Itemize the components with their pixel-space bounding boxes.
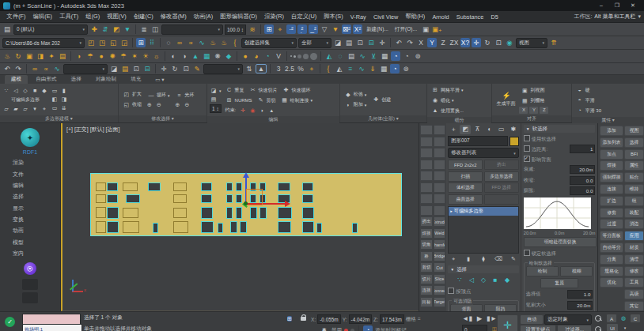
script-keep-button[interactable]: 维持 xyxy=(624,184,644,194)
gizmo-origin[interactable] xyxy=(244,201,248,205)
script-add-button[interactable]: 添加 xyxy=(600,126,623,136)
constrain-face-icon[interactable]: ◉ xyxy=(248,107,256,115)
manipulate-icon[interactable]: ◉ xyxy=(505,38,514,47)
constrain-normal-icon[interactable]: ◗ xyxy=(258,107,266,115)
strip-blank-button[interactable] xyxy=(434,171,446,181)
falloff-field[interactable]: 20.0m xyxy=(570,165,595,174)
new-scene-button[interactable]: 新建(N)... xyxy=(364,26,391,33)
align-x-icon[interactable]: X² xyxy=(353,24,362,34)
script-glue-button[interactable]: 粘合 xyxy=(624,172,644,182)
bind2-icon[interactable]: ∿ xyxy=(52,64,62,73)
menu-animation[interactable]: 动画(A) xyxy=(190,13,217,21)
scale-icon[interactable]: ⊡ xyxy=(494,38,503,47)
mirror2-icon[interactable]: ◭ xyxy=(335,64,344,73)
strip-blank-button[interactable] xyxy=(420,182,433,193)
stack-item-editable-poly[interactable]: ▸可编辑多边形 xyxy=(449,207,518,216)
brush-preset-5-icon[interactable] xyxy=(310,53,317,60)
menu-customize[interactable]: 自定义(U) xyxy=(287,13,320,21)
element-subobj-icon[interactable]: ◆ xyxy=(502,276,512,285)
unlink2-icon[interactable]: ∝ xyxy=(41,64,51,73)
script-material-button[interactable]: 材质 xyxy=(624,243,644,253)
export-icon[interactable]: ◳ xyxy=(97,38,107,47)
preview-multi-icon[interactable]: ▱ xyxy=(21,105,29,113)
script-tools-button[interactable]: 工具 xyxy=(624,277,644,288)
pinch-field[interactable]: 0.0 xyxy=(570,176,595,185)
strip-extrude-button[interactable]: Extrude xyxy=(434,216,446,227)
stack-icon[interactable]: ≣ xyxy=(139,24,149,34)
sidebar-item-select[interactable]: 选择 xyxy=(0,191,60,202)
axis-lock-icon[interactable]: X? xyxy=(460,38,470,47)
y-coord-field[interactable]: -4.042m xyxy=(349,314,372,324)
gizmo-plane-handle[interactable] xyxy=(246,189,263,205)
menu-edit[interactable]: 编辑(E) xyxy=(29,13,56,21)
strip-blank-button[interactable] xyxy=(434,194,446,204)
edge-subobj-icon[interactable]: ◁ xyxy=(467,276,476,285)
render-production-icon[interactable]: ◔ xyxy=(402,51,411,61)
corner-dd-icon[interactable]: ▾ xyxy=(620,323,630,331)
sidebar-item-model[interactable]: 模型 xyxy=(0,237,60,248)
hard-edges-button[interactable]: ◒硬 xyxy=(574,85,603,95)
scale2-icon[interactable]: ⊡ xyxy=(181,64,191,73)
script-prop-button[interactable]: 属性 xyxy=(624,160,644,171)
gear-icon[interactable]: ✱ xyxy=(320,325,329,331)
angle-snap-icon[interactable]: ▽ xyxy=(320,24,329,34)
viewport-label[interactable]: [+] [正交] [默认] [边面] xyxy=(66,126,119,134)
schematic-view-icon[interactable]: ⊻ xyxy=(369,51,378,61)
named-selection-sets-dropdown[interactable]: 创建选择集▾ xyxy=(241,38,297,48)
camera-icon[interactable]: ▣ xyxy=(25,51,34,61)
pick-icon[interactable]: ⌖ xyxy=(275,24,285,34)
strip-blank-button[interactable] xyxy=(420,148,433,158)
selection-lock-icon[interactable] xyxy=(301,314,307,322)
script-assemble-button[interactable]: 装配 xyxy=(624,208,644,218)
strip-cut-button[interactable]: Cut xyxy=(434,262,446,273)
menu-modifiers[interactable]: 修改器(M) xyxy=(157,13,190,21)
axis-z-button[interactable]: Z xyxy=(438,38,448,47)
script-forceweld-button[interactable]: 强制焊接 xyxy=(600,172,623,182)
grass-icon[interactable]: ❋ xyxy=(213,51,222,61)
select-layer-objects-icon[interactable]: ◩ xyxy=(112,24,121,34)
modset-sweep-button[interactable]: 扫描 xyxy=(448,171,483,182)
corner-a-button[interactable]: A xyxy=(606,314,617,323)
modset-surfselect-button[interactable]: 曲面选择 xyxy=(448,194,483,205)
close-button[interactable]: ✕ xyxy=(625,2,641,9)
corner-c-button[interactable]: C xyxy=(630,314,641,323)
modify-tab-icon[interactable]: ◩ xyxy=(460,125,471,134)
script-expand-button[interactable]: 扩边 xyxy=(600,196,623,206)
strip-blank-button[interactable] xyxy=(434,205,446,216)
quick-slice-button[interactable]: ✂快速切片 xyxy=(248,85,279,95)
layer-panel-icon[interactable]: ▤ xyxy=(347,51,356,61)
pivot-center-icon[interactable]: ⇅ xyxy=(244,64,254,73)
gizmo-x-arrow-icon[interactable] xyxy=(285,201,290,207)
object-name-field[interactable]: 图形007 xyxy=(448,136,508,146)
strip-blank-button[interactable] xyxy=(434,148,446,158)
menu-tools[interactable]: 工具(T) xyxy=(56,13,82,21)
planar-x-button[interactable]: X xyxy=(519,107,528,114)
rect-region2-icon[interactable]: ⊡ xyxy=(131,64,141,73)
film-camera-icon[interactable]: ▤ xyxy=(58,51,67,61)
dashed-region-icon[interactable]: ◌ xyxy=(335,51,345,61)
pin-stack-icon[interactable]: ⌖ xyxy=(40,105,48,113)
undo-icon[interactable]: ↶ xyxy=(394,38,403,47)
modset-ffdselect-button[interactable]: FFD 选择 xyxy=(484,182,519,193)
next-mod-icon[interactable]: ◨ xyxy=(60,96,68,103)
script-view-button[interactable]: 视图 xyxy=(624,126,644,136)
curve-editor-icon[interactable]: ∿ xyxy=(358,51,367,61)
clapboard-icon[interactable]: ✦ xyxy=(47,51,56,61)
strip-chamfer-button[interactable]: Chamfer xyxy=(434,239,446,250)
maximize-button[interactable]: ❐ xyxy=(609,2,625,9)
sphere-half-icon[interactable]: ◐ xyxy=(169,51,178,61)
tessellate-button[interactable]: ◉细化▾ xyxy=(430,96,465,105)
modset-empty-button[interactable] xyxy=(484,194,519,205)
teapot-settings-icon[interactable]: ♨ xyxy=(219,38,229,47)
script-modify-button[interactable]: 修改 xyxy=(624,266,644,276)
script-autodivide-button[interactable]: 自动等分 xyxy=(600,243,623,253)
menu-civil-view[interactable]: Civil View xyxy=(369,13,402,21)
relax-button[interactable]: ◆松弛▾ xyxy=(343,90,369,100)
script-optimize-button[interactable]: 优化 xyxy=(600,277,623,288)
zoom-region-icon[interactable] xyxy=(595,326,601,331)
selection-filter-dropdown[interactable]: 全部▾ xyxy=(298,38,331,48)
strip-blank-button[interactable] xyxy=(434,160,446,170)
script-clean-button[interactable]: 清理 xyxy=(624,254,644,265)
mirror-half-icon[interactable]: ◭ xyxy=(324,51,334,61)
zoom-icon[interactable] xyxy=(595,315,601,322)
